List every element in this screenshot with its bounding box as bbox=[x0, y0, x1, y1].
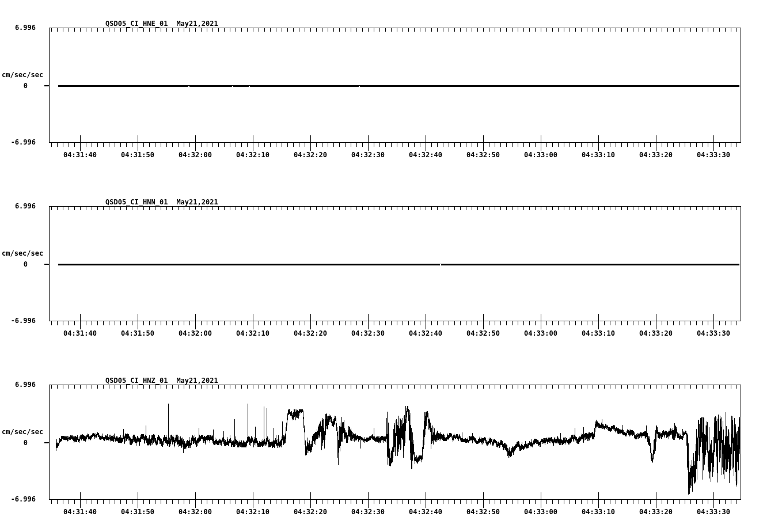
y-axis-units-label: cm/sec/sec bbox=[2, 250, 43, 257]
x-tick-label: 04:33:10 bbox=[570, 151, 627, 159]
x-tick-label: 04:32:20 bbox=[282, 508, 339, 516]
x-tick-label: 04:32:00 bbox=[166, 508, 224, 516]
panel-title-channel: QSD05_CI_HNN_01 bbox=[105, 198, 168, 206]
x-tick-label: 04:31:50 bbox=[109, 330, 166, 337]
x-tick-label: 04:32:30 bbox=[339, 330, 397, 337]
y-tick-label-max: 6.996 bbox=[0, 203, 36, 210]
panel-title-channel: QSD05_CI_HNZ_01 bbox=[105, 377, 168, 385]
panel-title: QSD05_CI_HNN_01May21,2021 bbox=[105, 199, 218, 206]
x-tick-label: 04:32:30 bbox=[339, 151, 397, 159]
x-tick-label: 04:32:40 bbox=[397, 330, 454, 337]
y-axis-units-label: cm/sec/sec bbox=[2, 428, 43, 436]
y-tick-label-zero: 0 bbox=[0, 439, 28, 447]
x-tick-label: 04:32:50 bbox=[454, 508, 512, 516]
panel-title: QSD05_CI_HNZ_01May21,2021 bbox=[105, 377, 218, 385]
x-tick-label: 04:33:10 bbox=[570, 508, 627, 516]
y-tick-label-min: -6.996 bbox=[0, 317, 36, 325]
x-tick-label: 04:33:30 bbox=[685, 508, 742, 516]
x-tick-label: 04:32:40 bbox=[397, 508, 454, 516]
x-tick-label: 04:31:40 bbox=[51, 508, 109, 516]
panel-title-date: May21,2021 bbox=[176, 20, 218, 28]
x-tick-label: 04:33:20 bbox=[627, 151, 685, 159]
x-tick-label: 04:32:20 bbox=[282, 151, 339, 159]
x-tick-label: 04:33:30 bbox=[685, 151, 742, 159]
x-tick-label: 04:33:00 bbox=[512, 151, 570, 159]
x-tick-label: 04:31:50 bbox=[109, 151, 166, 159]
y-tick-label-min: -6.996 bbox=[0, 496, 36, 503]
x-tick-label: 04:31:50 bbox=[109, 508, 166, 516]
y-axis-units-label: cm/sec/sec bbox=[2, 71, 43, 79]
x-tick-label: 04:32:10 bbox=[224, 330, 282, 337]
x-tick-label: 04:33:20 bbox=[627, 508, 685, 516]
panel-title: QSD05_CI_HNE_01May21,2021 bbox=[105, 20, 218, 28]
x-tick-label: 04:32:30 bbox=[339, 508, 397, 516]
y-tick-label-zero: 0 bbox=[0, 261, 28, 268]
y-tick-label-min: -6.996 bbox=[0, 139, 36, 146]
waveform-plots-canvas bbox=[0, 0, 782, 532]
panel-title-date: May21,2021 bbox=[176, 198, 218, 206]
y-tick-label-max: 6.996 bbox=[0, 24, 36, 32]
y-tick-label-max: 6.996 bbox=[0, 381, 36, 389]
x-tick-label: 04:33:10 bbox=[570, 330, 627, 337]
x-tick-label: 04:32:00 bbox=[166, 151, 224, 159]
panel-title-date: May21,2021 bbox=[176, 377, 218, 385]
x-tick-label: 04:33:00 bbox=[512, 330, 570, 337]
x-tick-label: 04:32:50 bbox=[454, 151, 512, 159]
x-tick-label: 04:33:30 bbox=[685, 330, 742, 337]
x-tick-label: 04:31:40 bbox=[51, 330, 109, 337]
x-tick-label: 04:32:40 bbox=[397, 151, 454, 159]
x-tick-label: 04:32:10 bbox=[224, 508, 282, 516]
x-tick-label: 04:32:10 bbox=[224, 151, 282, 159]
x-tick-label: 04:32:00 bbox=[166, 330, 224, 337]
x-tick-label: 04:33:20 bbox=[627, 330, 685, 337]
seismogram-viewer: QSD05_CI_HNE_01May21,20216.996cm/sec/sec… bbox=[0, 0, 782, 532]
x-tick-label: 04:32:50 bbox=[454, 330, 512, 337]
x-tick-label: 04:33:00 bbox=[512, 508, 570, 516]
panel-title-channel: QSD05_CI_HNE_01 bbox=[105, 20, 168, 28]
y-tick-label-zero: 0 bbox=[0, 82, 28, 90]
x-tick-label: 04:31:40 bbox=[51, 151, 109, 159]
x-tick-label: 04:32:20 bbox=[282, 330, 339, 337]
